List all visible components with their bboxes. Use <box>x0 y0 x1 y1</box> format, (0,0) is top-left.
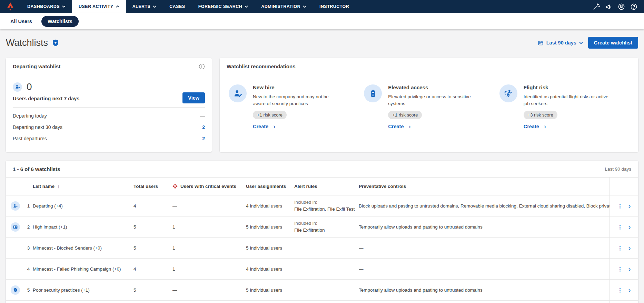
nav-instructor[interactable]: INSTRUCTOR <box>313 0 356 13</box>
watchlist-icon-cell <box>10 285 24 295</box>
nav-label: DASHBOARDS <box>27 4 60 9</box>
departing-stat-row: Departing next 30 days 2 <box>13 121 205 133</box>
tab-watchlists[interactable]: Watchlists <box>41 16 79 27</box>
chevron-down-icon <box>245 6 248 8</box>
nav-alerts[interactable]: ALERTS <box>126 0 163 13</box>
alert-rules-list: File Exfiltration <box>294 227 355 234</box>
header-actions: Last 90 days Create watchlist <box>538 37 638 49</box>
row-actions: ⋮ › <box>610 195 638 216</box>
watchlist-name[interactable]: Mimecast - Blocked Senders (+0) <box>33 245 133 251</box>
table-title: 1 - 6 of 6 watchlists <box>13 166 60 172</box>
table-row-mimecast-blocked-senders[interactable]: 3 Mimecast - Blocked Senders (+0) 5 1 5 … <box>6 237 638 258</box>
user-assignments-value: 5 Individual users <box>246 287 294 293</box>
preventative-controls-value: — <box>359 245 610 251</box>
recommendation-title: New hire <box>253 84 342 90</box>
stat-value-link[interactable]: 2 <box>202 124 205 130</box>
departing-user-icon <box>13 82 22 92</box>
recommendation-flight-risk: Flight risk Identified as potential flig… <box>499 84 635 129</box>
nav-cases[interactable]: CASES <box>163 0 191 13</box>
row-number: 1 <box>24 203 33 209</box>
view-button[interactable]: View <box>182 92 205 103</box>
main-nav: DASHBOARDS USER ACTIVITY ALERTS CASES FO… <box>21 0 356 13</box>
alert-rules-list: File Exfiltration, File Exfil Test <box>294 206 355 213</box>
row-actions: ⋮ › <box>610 259 638 279</box>
recommendation-title: Flight risk <box>524 84 613 90</box>
kebab-menu-icon[interactable]: ⋮ <box>617 266 623 272</box>
column-total-users[interactable]: Total users <box>133 184 172 189</box>
nav-dashboards[interactable]: DASHBOARDS <box>21 0 72 13</box>
top-navbar: DASHBOARDS USER ACTIVITY ALERTS CASES FO… <box>0 0 644 13</box>
chevron-right-icon[interactable]: › <box>628 287 631 292</box>
table-row-poor-security-practices[interactable]: 5 Poor security practices (+1) 5 — 5 Ind… <box>6 279 638 300</box>
watchlist-name[interactable]: High impact (+1) <box>33 224 133 230</box>
chevron-right-icon[interactable]: › <box>628 266 631 271</box>
stat-label: Departing today <box>13 113 47 119</box>
column-list-name[interactable]: List name ↑ <box>33 184 133 189</box>
column-user-assignments[interactable]: User assignments <box>246 184 294 189</box>
chevron-right-icon[interactable]: › <box>628 224 631 229</box>
page-title: Watchlists <box>6 38 48 48</box>
departing-stat-row: Past departures 2 <box>13 133 205 144</box>
watchlist-name[interactable]: Poor security practices (+1) <box>33 287 133 293</box>
magic-wand-icon[interactable] <box>591 1 602 12</box>
chevron-right-icon[interactable]: › <box>628 245 631 250</box>
risk-score-badge: +1 risk score <box>388 111 422 119</box>
create-link[interactable]: Create › <box>253 124 342 129</box>
kebab-menu-icon[interactable]: ⋮ <box>617 287 623 293</box>
table-row-mimecast-failed-phishing[interactable]: 4 Mimecast - Failed Phishing Campaign (+… <box>6 258 638 279</box>
help-icon[interactable] <box>628 1 639 12</box>
nav-label: CASES <box>169 4 185 9</box>
create-watchlist-button[interactable]: Create watchlist <box>588 37 638 49</box>
info-icon[interactable] <box>199 63 205 70</box>
row-actions: ⋮ › <box>610 238 638 258</box>
table-header-row: List name ↑ Total users Users with criti… <box>6 177 638 195</box>
column-label: Preventative controls <box>359 184 406 189</box>
total-users-value: 5 <box>133 287 172 293</box>
megaphone-icon[interactable] <box>603 1 614 12</box>
total-users-value: 4 <box>133 203 172 209</box>
chevron-down-icon <box>153 6 156 8</box>
date-range-selector[interactable]: Last 90 days <box>538 40 583 46</box>
create-link[interactable]: Create › <box>524 124 613 129</box>
chevron-right-icon[interactable]: › <box>628 203 631 208</box>
departing-card-header: Departing watchlist <box>6 58 212 75</box>
kebab-menu-icon[interactable]: ⋮ <box>617 203 623 209</box>
stat-value-link[interactable]: 2 <box>202 136 205 141</box>
nav-administration[interactable]: ADMINISTRATION <box>255 0 313 13</box>
departing-count-label: Users departing next 7 days <box>13 96 205 101</box>
included-in-label: Included in: <box>294 199 355 206</box>
total-users-value: 4 <box>133 266 172 272</box>
create-link[interactable]: Create › <box>388 124 477 129</box>
account-icon[interactable] <box>616 1 627 12</box>
column-alert-rules[interactable]: Alert rules <box>294 184 359 189</box>
nav-spacer <box>356 0 591 13</box>
app-logo[interactable] <box>0 0 21 13</box>
risk-score-badge: +3 risk score <box>524 111 557 119</box>
nav-label: FORENSIC SEARCH <box>198 4 242 9</box>
table-row-high-impact[interactable]: 2 High impact (+1) 5 1 5 Individual user… <box>6 216 638 237</box>
column-label: User assignments <box>246 184 286 189</box>
tab-all-users[interactable]: All Users <box>10 19 32 24</box>
create-label: Create <box>253 124 268 129</box>
nav-user-activity[interactable]: USER ACTIVITY <box>72 0 126 13</box>
column-critical-events[interactable]: Users with critical events <box>172 184 246 189</box>
user-assignments-value: 4 Individual users <box>246 203 294 209</box>
table-row-departing[interactable]: 1 Departing (+4) 4 — 4 Individual users … <box>6 195 638 216</box>
column-preventative-controls[interactable]: Preventative controls <box>359 184 610 189</box>
watchlist-name[interactable]: Mimecast - Failed Phishing Campaign (+0) <box>33 266 133 272</box>
user-assignments-value: 5 Individual users <box>246 245 294 251</box>
nav-forensic-search[interactable]: FORENSIC SEARCH <box>192 0 255 13</box>
included-in-label: Included in: <box>294 220 355 227</box>
departing-user-icon <box>11 201 20 211</box>
row-actions: ⋮ › <box>610 216 638 237</box>
alert-rules-value: Included in: File Exfiltration <box>294 220 359 233</box>
watchlist-name[interactable]: Departing (+4) <box>33 203 133 209</box>
column-label: Users with critical events <box>180 184 236 189</box>
kebab-menu-icon[interactable]: ⋮ <box>617 245 623 251</box>
shield-star-icon <box>52 39 59 47</box>
kebab-menu-icon[interactable]: ⋮ <box>617 224 623 230</box>
table-period: Last 90 days <box>605 166 631 172</box>
user-assignments-value: 5 Individual users <box>246 224 294 230</box>
risk-score-badge: +1 risk score <box>253 111 287 119</box>
page-header: Watchlists Last 90 days Create watchlist <box>6 37 638 49</box>
